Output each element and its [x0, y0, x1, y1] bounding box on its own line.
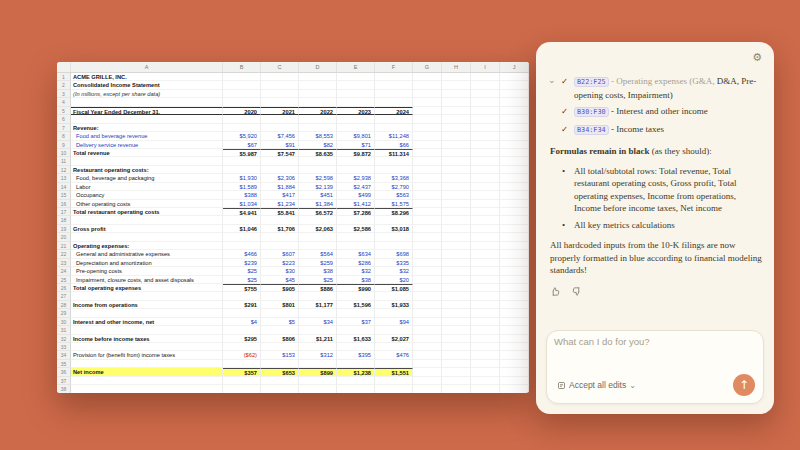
- cell-value[interactable]: [337, 309, 375, 317]
- cell-value[interactable]: [261, 115, 299, 123]
- cell-empty[interactable]: [442, 73, 471, 81]
- cell-empty[interactable]: [500, 259, 529, 267]
- cell-empty[interactable]: [500, 149, 529, 157]
- cell-value[interactable]: $899: [299, 368, 337, 376]
- cell-empty[interactable]: [471, 132, 500, 140]
- row-number[interactable]: 38: [57, 385, 71, 393]
- cell-empty[interactable]: [500, 225, 529, 233]
- cell-label[interactable]: [71, 326, 223, 334]
- cell-value[interactable]: [299, 157, 337, 165]
- cell-empty[interactable]: [500, 174, 529, 182]
- cell-empty[interactable]: [442, 284, 471, 292]
- cell-value[interactable]: $395: [337, 351, 375, 359]
- cell-empty[interactable]: [471, 191, 500, 199]
- cell-empty[interactable]: [442, 132, 471, 140]
- corner-cell[interactable]: [57, 62, 71, 72]
- row-number[interactable]: 31: [57, 326, 71, 334]
- cell-value[interactable]: $71: [337, 141, 375, 149]
- cell-empty[interactable]: [500, 267, 529, 275]
- cell-label[interactable]: Depreciation and amortization: [71, 259, 223, 267]
- cell-empty[interactable]: [413, 360, 442, 368]
- cell-value[interactable]: [261, 242, 299, 250]
- cell-value[interactable]: [261, 166, 299, 174]
- cell-value[interactable]: $7,286: [337, 208, 375, 216]
- cell-value[interactable]: [299, 343, 337, 351]
- cell-empty[interactable]: [500, 351, 529, 359]
- cell-value[interactable]: [261, 377, 299, 385]
- cell-value[interactable]: $1,596: [337, 301, 375, 309]
- cell-empty[interactable]: [413, 326, 442, 334]
- cell-label[interactable]: Food, beverage and packaging: [71, 174, 223, 182]
- cell-value[interactable]: [299, 90, 337, 98]
- cell-empty[interactable]: [500, 326, 529, 334]
- cell-label[interactable]: [71, 216, 223, 224]
- cell-empty[interactable]: [442, 276, 471, 284]
- cell-value[interactable]: $1,211: [299, 335, 337, 343]
- cell-value[interactable]: $25: [299, 276, 337, 284]
- row-number[interactable]: 34: [57, 351, 71, 359]
- cell-empty[interactable]: [500, 107, 529, 115]
- cell-range-pill[interactable]: B30:F30: [574, 107, 609, 117]
- cell-label[interactable]: [71, 98, 223, 106]
- row-number[interactable]: 21: [57, 242, 71, 250]
- cell-empty[interactable]: [471, 183, 500, 191]
- cell-empty[interactable]: [500, 98, 529, 106]
- cell-value[interactable]: 2022: [299, 107, 337, 115]
- cell-value[interactable]: 2023: [337, 107, 375, 115]
- row-number[interactable]: 23: [57, 259, 71, 267]
- cell-value[interactable]: $1,234: [261, 200, 299, 208]
- row-number[interactable]: 33: [57, 343, 71, 351]
- cell-empty[interactable]: [413, 107, 442, 115]
- row-number[interactable]: 5: [57, 107, 71, 115]
- cell-empty[interactable]: [471, 157, 500, 165]
- cell-empty[interactable]: [500, 233, 529, 241]
- row-number[interactable]: 22: [57, 250, 71, 258]
- cell-label[interactable]: [71, 309, 223, 317]
- cell-value[interactable]: $20: [375, 276, 413, 284]
- cell-value[interactable]: [261, 343, 299, 351]
- cell-value[interactable]: [261, 124, 299, 132]
- cell-label[interactable]: Operating expenses:: [71, 242, 223, 250]
- cell-empty[interactable]: [500, 73, 529, 81]
- cell-value[interactable]: 2020: [223, 107, 261, 115]
- cell-empty[interactable]: [500, 250, 529, 258]
- cell-value[interactable]: [375, 216, 413, 224]
- cell-value[interactable]: $295: [223, 335, 261, 343]
- cell-empty[interactable]: [442, 326, 471, 334]
- cell-empty[interactable]: [471, 73, 500, 81]
- cell-value[interactable]: 2021: [261, 107, 299, 115]
- cell-value[interactable]: $67: [223, 141, 261, 149]
- row-number[interactable]: 32: [57, 335, 71, 343]
- cell-value[interactable]: [261, 90, 299, 98]
- column-header-E[interactable]: E: [337, 62, 375, 72]
- cell-value[interactable]: $8,553: [299, 132, 337, 140]
- cell-value[interactable]: [223, 124, 261, 132]
- row-number[interactable]: 4: [57, 98, 71, 106]
- cell-value[interactable]: $335: [375, 259, 413, 267]
- cell-value[interactable]: $357: [223, 368, 261, 376]
- cell-value[interactable]: [223, 115, 261, 123]
- cell-value[interactable]: $82: [299, 141, 337, 149]
- cell-empty[interactable]: [413, 284, 442, 292]
- cell-empty[interactable]: [500, 301, 529, 309]
- column-header-G[interactable]: G: [413, 62, 442, 72]
- cell-value[interactable]: [299, 73, 337, 81]
- cell-label[interactable]: Pre-opening costs: [71, 267, 223, 275]
- cell-empty[interactable]: [413, 259, 442, 267]
- cell-empty[interactable]: [471, 326, 500, 334]
- cell-value[interactable]: $5,920: [223, 132, 261, 140]
- cell-empty[interactable]: [471, 90, 500, 98]
- cell-label[interactable]: Gross profit: [71, 225, 223, 233]
- cell-value[interactable]: [337, 81, 375, 89]
- column-header-B[interactable]: B: [223, 62, 261, 72]
- row-number[interactable]: 18: [57, 216, 71, 224]
- cell-value[interactable]: $1,933: [375, 301, 413, 309]
- cell-empty[interactable]: [471, 124, 500, 132]
- cell-empty[interactable]: [500, 200, 529, 208]
- cell-empty[interactable]: [500, 124, 529, 132]
- cell-value[interactable]: $1,034: [223, 200, 261, 208]
- cell-empty[interactable]: [413, 225, 442, 233]
- cell-value[interactable]: [261, 81, 299, 89]
- cell-value[interactable]: [299, 292, 337, 300]
- row-number[interactable]: 2: [57, 81, 71, 89]
